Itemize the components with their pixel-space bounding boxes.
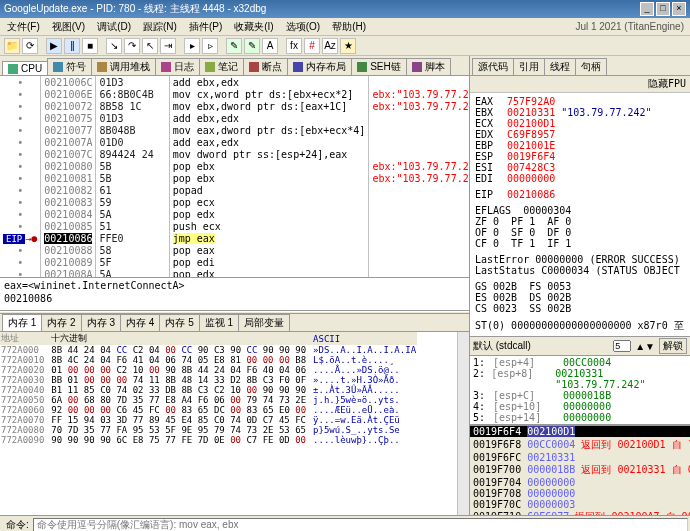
args-list[interactable]: 1:[esp+4]00CC00042:[esp+8]00210331 "103.…	[470, 356, 690, 424]
dump-row[interactable]: 772A00506A 00 68 80 7D 35 77 E8 A4 F6 06…	[0, 395, 417, 405]
disasm-row[interactable]: •002100805Bpop ebxebx:"103.79.77.242"	[0, 160, 469, 172]
stack-row[interactable]: 0019F704 00000000	[473, 477, 687, 488]
disasm-row[interactable]: •002100895Fpop edi	[0, 256, 469, 268]
tab-handles[interactable]: 句柄	[575, 58, 607, 75]
menu-trace[interactable]: 跟踪(N)	[138, 18, 182, 35]
stack-view[interactable]: 0019F6F4 002100D1 0019F6F8 00CC0004 返回到 …	[470, 425, 690, 515]
disasm-row[interactable]: •002100815Bpop ebxebx:"103.79.77.242"	[0, 172, 469, 184]
close-button[interactable]: ×	[672, 2, 686, 16]
disasm-row[interactable]: •0021006C01D3add ebx,edx	[0, 76, 469, 88]
arg-row[interactable]: 2:[esp+8]00210331 "103.79.77.242"	[470, 368, 690, 390]
dump-row[interactable]: 772A009090 90 90 90 6C E8 75 77 FE 7D 0E…	[0, 435, 417, 445]
step-into-icon[interactable]: ↘	[106, 38, 122, 54]
comment-icon[interactable]: ✎	[244, 38, 260, 54]
run-to-icon[interactable]: ⇥	[160, 38, 176, 54]
tab-locals[interactable]: 局部变量	[238, 314, 290, 331]
arg-count-input[interactable]	[613, 340, 631, 352]
pause-icon[interactable]: ‖	[64, 38, 80, 54]
disasm-row[interactable]: •002100728B58 1Cmov ebx,dword ptr ds:[ea…	[0, 100, 469, 112]
tab-refs[interactable]: 引用	[513, 58, 545, 75]
stack-row[interactable]: 0019F70C 00000003	[473, 499, 687, 510]
hash-icon[interactable]: #	[304, 38, 320, 54]
dump-row[interactable]: 772A0008B 44 24 04 CC C2 04 00 CC 90 C3 …	[0, 345, 417, 355]
calling-convention[interactable]: 默认 (stdcall)	[473, 339, 531, 353]
tab-source[interactable]: 源代码	[472, 58, 514, 75]
tab-dump5[interactable]: 内存 5	[159, 314, 199, 331]
dump-row[interactable]: 772A006092 00 00 00 C6 45 FC 00 83 65 DC…	[0, 405, 417, 415]
menu-help[interactable]: 帮助(H)	[327, 18, 371, 35]
tab-symbols[interactable]: 符号	[47, 58, 92, 75]
step-over-icon[interactable]: ↷	[124, 38, 140, 54]
stop-icon[interactable]: ■	[82, 38, 98, 54]
assemble-icon[interactable]: Az	[322, 38, 338, 54]
hide-fpu-button[interactable]: 隐藏FPU	[470, 76, 690, 93]
disasm-row[interactable]: •0021006E66:8B0C4Bmov cx,word ptr ds:[eb…	[0, 88, 469, 100]
label-icon[interactable]: A	[262, 38, 278, 54]
menu-plugins[interactable]: 插件(P)	[184, 18, 227, 35]
disasm-row[interactable]: •0021008551push ecx	[0, 220, 469, 232]
stack-row[interactable]: 0019F700 0000018B 返回到 00210331 自 0021008…	[473, 463, 687, 477]
menu-view[interactable]: 视图(V)	[47, 18, 90, 35]
menu-options[interactable]: 选项(O)	[281, 18, 325, 35]
memory-dump[interactable]: 地址 十六进制 ASCII 772A0008B 44 24 04 CC C2 0…	[0, 332, 457, 515]
arg-row[interactable]: 1:[esp+4]00CC0004	[470, 357, 690, 368]
disasm-row[interactable]: •0021008A5Apop edx	[0, 268, 469, 277]
tab-dump4[interactable]: 内存 4	[120, 314, 160, 331]
trace-into-icon[interactable]: ▸	[184, 38, 200, 54]
tab-log[interactable]: 日志	[155, 58, 200, 75]
tab-seh[interactable]: SEH链	[351, 58, 407, 75]
run-icon[interactable]: ▶	[46, 38, 62, 54]
dump-row[interactable]: 772A002001 00 00 00 C2 10 00 90 8B 44 24…	[0, 365, 417, 375]
arg-row[interactable]: 4:[esp+10]00000000	[470, 401, 690, 412]
tab-dump2[interactable]: 内存 2	[41, 314, 81, 331]
dump-row[interactable]: 772A008070 7D 35 77 FA 95 53 5F 9E 95 79…	[0, 425, 417, 435]
maximize-button[interactable]: □	[656, 2, 670, 16]
disasm-row[interactable]: •002100778B048Bmov eax,dword ptr ds:[ebx…	[0, 124, 469, 136]
stack-row[interactable]: 0019F6FC 00210331	[473, 452, 687, 463]
tab-threads[interactable]: 线程	[544, 58, 576, 75]
tab-script[interactable]: 脚本	[406, 58, 451, 75]
dump-row[interactable]: 772A0040B1 11 85 C0 74 02 33 DB 8B C3 C2…	[0, 385, 417, 395]
disasm-row[interactable]: •0021007A01D0add eax,edx	[0, 136, 469, 148]
right-tabs: 源代码 引用 线程 句柄	[470, 56, 690, 76]
dump-row[interactable]: 772A0070FF 15 94 03 3D 77 89 45 E4 85 C0…	[0, 415, 417, 425]
disasm-row[interactable]: EIP→●00210086FFE0jmp eax	[0, 232, 469, 244]
disasm-row[interactable]: •0021007501D3add ebx,edx	[0, 112, 469, 124]
unlock-button[interactable]: 解锁	[659, 338, 687, 354]
menu-debug[interactable]: 调试(D)	[92, 18, 136, 35]
disasm-row[interactable]: •0021007C894424 24mov dword ptr ss:[esp+…	[0, 148, 469, 160]
step-out-icon[interactable]: ↖	[142, 38, 158, 54]
arg-row[interactable]: 5:[esp+14]00000000	[470, 412, 690, 423]
stack-row[interactable]: 0019F6F8 00CC0004 返回到 002100D1 自 ???	[473, 438, 687, 452]
minimize-button[interactable]: _	[640, 2, 654, 16]
patch-icon[interactable]: ✎	[226, 38, 242, 54]
calc-icon[interactable]: fx	[286, 38, 302, 54]
registers-panel[interactable]: 隐藏FPU EAX 757F92A0 EBX 00210331 "103.79.…	[470, 76, 690, 337]
tab-cpu[interactable]: CPU	[2, 61, 48, 75]
tab-dump1[interactable]: 内存 1	[2, 314, 42, 331]
menu-file[interactable]: 文件(F)	[2, 18, 45, 35]
tab-memmap[interactable]: 内存布局	[287, 58, 352, 75]
tab-dump3[interactable]: 内存 3	[81, 314, 121, 331]
arg-row[interactable]: 3:[esp+C]0000018B	[470, 390, 690, 401]
disassembly-view[interactable]: •0021006C01D3add ebx,edx•0021006E66:8B0C…	[0, 76, 469, 277]
tab-breakpoints[interactable]: 断点	[243, 58, 288, 75]
dump-row[interactable]: 772A00108B 4C 24 04 F6 41 04 06 74 05 E8…	[0, 355, 417, 365]
disasm-row[interactable]: •0021008858pop eax	[0, 244, 469, 256]
tab-callstack[interactable]: 调用堆栈	[91, 58, 156, 75]
stack-row[interactable]: 0019F710 69E6977 返回到 002100A7 自 002100A7	[473, 510, 687, 515]
open-icon[interactable]: 📁	[4, 38, 20, 54]
command-input[interactable]	[33, 518, 688, 532]
tab-watch1[interactable]: 监视 1	[199, 314, 239, 331]
stack-row[interactable]: 0019F708 00000000	[473, 488, 687, 499]
disasm-row[interactable]: •0021008261popad	[0, 184, 469, 196]
favorite-icon[interactable]: ★	[340, 38, 356, 54]
tab-notes[interactable]: 笔记	[199, 58, 244, 75]
dump-row[interactable]: 772A0030BB 01 00 00 00 74 11 8B 48 14 33…	[0, 375, 417, 385]
disasm-row[interactable]: •0021008359pop ecx	[0, 196, 469, 208]
disasm-row[interactable]: •002100845Apop edx	[0, 208, 469, 220]
trace-over-icon[interactable]: ▹	[202, 38, 218, 54]
restart-icon[interactable]: ⟳	[22, 38, 38, 54]
dump-scrollbar[interactable]	[457, 332, 469, 515]
menu-favorites[interactable]: 收藏夹(I)	[229, 18, 278, 35]
